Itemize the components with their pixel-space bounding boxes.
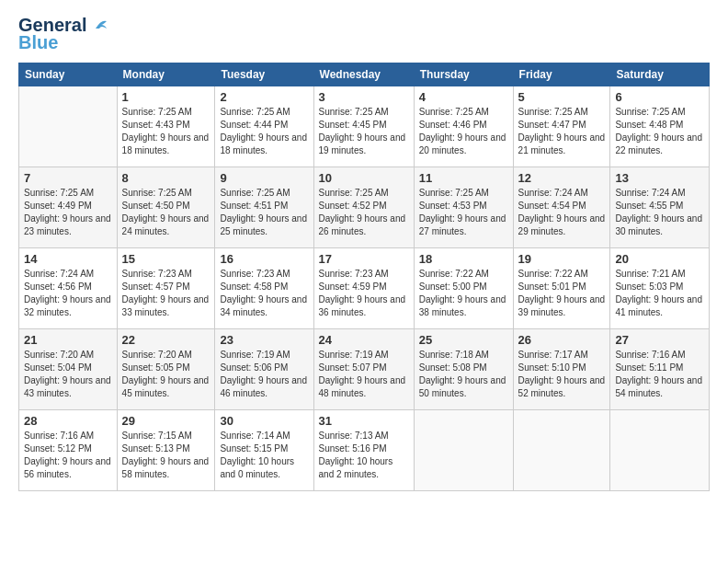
day-number: 6: [615, 90, 704, 104]
day-info: Sunrise: 7:22 AMSunset: 5:00 PMDaylight:…: [419, 268, 508, 319]
col-header-monday: Monday: [117, 63, 215, 86]
day-info: Sunrise: 7:24 AMSunset: 4:56 PMDaylight:…: [24, 268, 112, 319]
table-row: 26 Sunrise: 7:17 AMSunset: 5:10 PMDaylig…: [513, 329, 610, 410]
day-number: 28: [24, 414, 112, 428]
day-number: 2: [220, 90, 308, 104]
day-info: Sunrise: 7:21 AMSunset: 5:03 PMDaylight:…: [615, 268, 704, 319]
table-row: 8 Sunrise: 7:25 AMSunset: 4:50 PMDayligh…: [117, 167, 215, 248]
col-header-sunday: Sunday: [19, 63, 118, 86]
table-row: 9 Sunrise: 7:25 AMSunset: 4:51 PMDayligh…: [215, 167, 313, 248]
table-row: 17 Sunrise: 7:23 AMSunset: 4:59 PMDaylig…: [313, 248, 414, 329]
col-header-saturday: Saturday: [610, 63, 710, 86]
day-number: 12: [518, 171, 606, 185]
col-header-tuesday: Tuesday: [215, 63, 313, 86]
day-info: Sunrise: 7:20 AMSunset: 5:05 PMDaylight:…: [122, 349, 210, 400]
day-info: Sunrise: 7:16 AMSunset: 5:12 PMDaylight:…: [24, 430, 112, 481]
day-number: 25: [419, 333, 508, 347]
day-info: Sunrise: 7:25 AMSunset: 4:49 PMDaylight:…: [24, 187, 112, 238]
table-row: 27 Sunrise: 7:16 AMSunset: 5:11 PMDaylig…: [610, 329, 710, 410]
table-row: [610, 410, 710, 491]
day-info: Sunrise: 7:25 AMSunset: 4:43 PMDaylight:…: [122, 106, 210, 157]
calendar: SundayMondayTuesdayWednesdayThursdayFrid…: [18, 63, 710, 491]
day-info: Sunrise: 7:15 AMSunset: 5:13 PMDaylight:…: [122, 430, 210, 481]
day-info: Sunrise: 7:25 AMSunset: 4:45 PMDaylight:…: [319, 106, 409, 157]
table-row: 21 Sunrise: 7:20 AMSunset: 5:04 PMDaylig…: [19, 329, 118, 410]
day-info: Sunrise: 7:25 AMSunset: 4:46 PMDaylight:…: [419, 106, 508, 157]
table-row: 12 Sunrise: 7:24 AMSunset: 4:54 PMDaylig…: [513, 167, 610, 248]
table-row: 22 Sunrise: 7:20 AMSunset: 5:05 PMDaylig…: [117, 329, 215, 410]
table-row: 20 Sunrise: 7:21 AMSunset: 5:03 PMDaylig…: [610, 248, 710, 329]
day-info: Sunrise: 7:17 AMSunset: 5:10 PMDaylight:…: [518, 349, 606, 400]
day-info: Sunrise: 7:20 AMSunset: 5:04 PMDaylight:…: [24, 349, 112, 400]
table-row: 5 Sunrise: 7:25 AMSunset: 4:47 PMDayligh…: [513, 86, 610, 167]
day-info: Sunrise: 7:22 AMSunset: 5:01 PMDaylight:…: [518, 268, 606, 319]
day-number: 23: [220, 333, 308, 347]
day-number: 1: [122, 90, 210, 104]
day-number: 29: [122, 414, 210, 428]
table-row: 19 Sunrise: 7:22 AMSunset: 5:01 PMDaylig…: [513, 248, 610, 329]
table-row: 14 Sunrise: 7:24 AMSunset: 4:56 PMDaylig…: [19, 248, 118, 329]
table-row: 2 Sunrise: 7:25 AMSunset: 4:44 PMDayligh…: [215, 86, 313, 167]
day-info: Sunrise: 7:24 AMSunset: 4:55 PMDaylight:…: [615, 187, 704, 238]
day-info: Sunrise: 7:23 AMSunset: 4:57 PMDaylight:…: [122, 268, 210, 319]
logo: General Blue: [18, 15, 108, 53]
col-header-wednesday: Wednesday: [313, 63, 414, 86]
day-number: 17: [319, 252, 409, 266]
day-number: 31: [319, 414, 409, 428]
day-number: 15: [122, 252, 210, 266]
day-info: Sunrise: 7:25 AMSunset: 4:47 PMDaylight:…: [518, 106, 606, 157]
table-row: 30 Sunrise: 7:14 AMSunset: 5:15 PMDaylig…: [215, 410, 313, 491]
day-info: Sunrise: 7:24 AMSunset: 4:54 PMDaylight:…: [518, 187, 606, 238]
day-info: Sunrise: 7:14 AMSunset: 5:15 PMDaylight:…: [220, 430, 308, 481]
col-header-thursday: Thursday: [414, 63, 513, 86]
table-row: 24 Sunrise: 7:19 AMSunset: 5:07 PMDaylig…: [313, 329, 414, 410]
table-row: 18 Sunrise: 7:22 AMSunset: 5:00 PMDaylig…: [414, 248, 513, 329]
day-info: Sunrise: 7:18 AMSunset: 5:08 PMDaylight:…: [419, 349, 508, 400]
day-info: Sunrise: 7:25 AMSunset: 4:51 PMDaylight:…: [220, 187, 308, 238]
table-row: 15 Sunrise: 7:23 AMSunset: 4:57 PMDaylig…: [117, 248, 215, 329]
day-number: 7: [24, 171, 112, 185]
table-row: 11 Sunrise: 7:25 AMSunset: 4:53 PMDaylig…: [414, 167, 513, 248]
day-number: 8: [122, 171, 210, 185]
table-row: 4 Sunrise: 7:25 AMSunset: 4:46 PMDayligh…: [414, 86, 513, 167]
header: General Blue: [18, 15, 710, 53]
day-info: Sunrise: 7:25 AMSunset: 4:44 PMDaylight:…: [220, 106, 308, 157]
day-number: 27: [615, 333, 704, 347]
day-number: 18: [419, 252, 508, 266]
day-number: 30: [220, 414, 308, 428]
day-number: 13: [615, 171, 704, 185]
day-info: Sunrise: 7:16 AMSunset: 5:11 PMDaylight:…: [615, 349, 704, 400]
day-number: 24: [319, 333, 409, 347]
day-number: 20: [615, 252, 704, 266]
table-row: 7 Sunrise: 7:25 AMSunset: 4:49 PMDayligh…: [19, 167, 118, 248]
day-number: 9: [220, 171, 308, 185]
day-info: Sunrise: 7:23 AMSunset: 4:59 PMDaylight:…: [319, 268, 409, 319]
day-number: 3: [319, 90, 409, 104]
table-row: 13 Sunrise: 7:24 AMSunset: 4:55 PMDaylig…: [610, 167, 710, 248]
day-number: 26: [518, 333, 606, 347]
day-info: Sunrise: 7:19 AMSunset: 5:06 PMDaylight:…: [220, 349, 308, 400]
table-row: 6 Sunrise: 7:25 AMSunset: 4:48 PMDayligh…: [610, 86, 710, 167]
day-info: Sunrise: 7:19 AMSunset: 5:07 PMDaylight:…: [319, 349, 409, 400]
table-row: 31 Sunrise: 7:13 AMSunset: 5:16 PMDaylig…: [313, 410, 414, 491]
table-row: [414, 410, 513, 491]
day-number: 5: [518, 90, 606, 104]
day-number: 4: [419, 90, 508, 104]
day-number: 19: [518, 252, 606, 266]
table-row: 28 Sunrise: 7:16 AMSunset: 5:12 PMDaylig…: [19, 410, 118, 491]
day-info: Sunrise: 7:25 AMSunset: 4:53 PMDaylight:…: [419, 187, 508, 238]
day-number: 22: [122, 333, 210, 347]
day-number: 21: [24, 333, 112, 347]
day-info: Sunrise: 7:23 AMSunset: 4:58 PMDaylight:…: [220, 268, 308, 319]
table-row: 25 Sunrise: 7:18 AMSunset: 5:08 PMDaylig…: [414, 329, 513, 410]
table-row: 10 Sunrise: 7:25 AMSunset: 4:52 PMDaylig…: [313, 167, 414, 248]
day-number: 10: [319, 171, 409, 185]
day-number: 11: [419, 171, 508, 185]
table-row: 3 Sunrise: 7:25 AMSunset: 4:45 PMDayligh…: [313, 86, 414, 167]
day-info: Sunrise: 7:25 AMSunset: 4:48 PMDaylight:…: [615, 106, 704, 157]
day-info: Sunrise: 7:13 AMSunset: 5:16 PMDaylight:…: [319, 430, 409, 481]
day-info: Sunrise: 7:25 AMSunset: 4:50 PMDaylight:…: [122, 187, 210, 238]
page: General Blue SundayMondayTuesdayWednesda…: [0, 0, 728, 563]
table-row: 1 Sunrise: 7:25 AMSunset: 4:43 PMDayligh…: [117, 86, 215, 167]
day-info: Sunrise: 7:25 AMSunset: 4:52 PMDaylight:…: [319, 187, 409, 238]
